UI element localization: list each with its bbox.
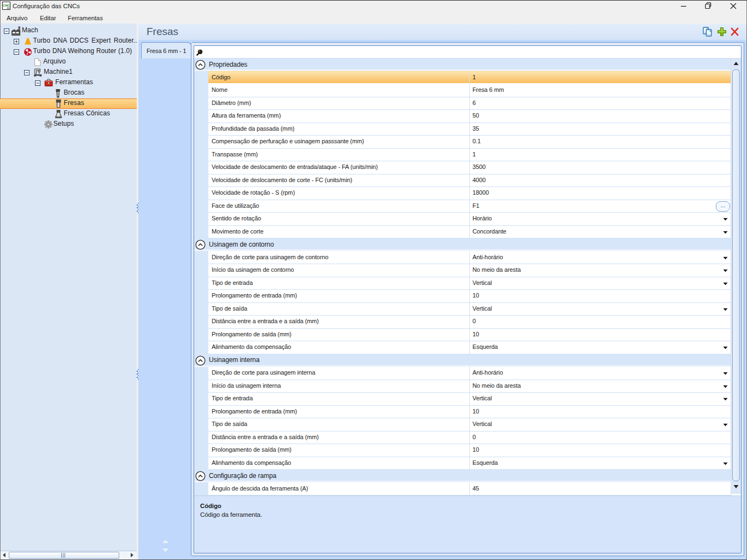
- svg-text:CNC: CNC: [3, 4, 10, 7]
